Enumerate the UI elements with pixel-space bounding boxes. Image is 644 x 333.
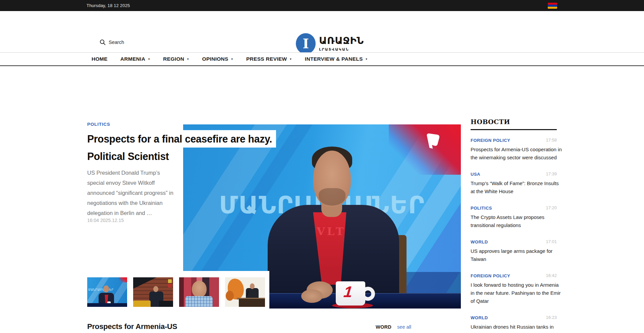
news-item: FOREIGN POLICY 16:42 I look forward to h… [471, 273, 557, 305]
chevron-down-icon: ▼ [289, 57, 292, 61]
news-category-link[interactable]: POLITICS [471, 206, 492, 211]
thumbnail-3[interactable] [179, 277, 219, 307]
thumb2-red-panel [168, 284, 172, 287]
news-category-link[interactable]: WORLD [471, 239, 488, 244]
thumbnail-1[interactable]: ՄԱՆՐԱՄԱՍՆԵՐ [87, 277, 127, 307]
sidebar-title: НОВОСТИ [471, 118, 557, 125]
news-category-link[interactable]: WORLD [471, 315, 488, 320]
current-date: Thursday, 18 12 2025 [87, 3, 130, 8]
word-section-header: WORD see all [376, 324, 411, 330]
word-section-label[interactable]: WORD [376, 324, 391, 330]
news-title-link[interactable]: The Crypto Assets Law proposes transitio… [471, 213, 565, 229]
site-logo[interactable]: I ԱՌԱՋԻՆ ԼՐԱՏՎԱԿԱՆ [296, 33, 364, 54]
chevron-down-icon: ▼ [365, 57, 368, 61]
news-time: 17:39 [546, 171, 557, 176]
news-title-link[interactable]: US approves large arms package for Taiwa… [471, 247, 565, 263]
nav-label: INTERVIEW & PANELS [305, 56, 363, 62]
next-article-heading[interactable]: Prospects for Armenia-US [87, 322, 177, 331]
thumb3-person-head [192, 281, 207, 297]
see-all-link[interactable]: see all [397, 324, 411, 330]
thumb4-person-head [250, 283, 255, 289]
channel-one-logo: 1 [343, 284, 353, 299]
news-category-link[interactable]: FOREIGN POLICY [471, 273, 510, 278]
nav-label: PRESS REVIEW [246, 56, 287, 62]
flag-stripe-orange [548, 7, 557, 9]
search-icon [100, 39, 106, 45]
hero-category-link[interactable]: POLITICS [87, 122, 110, 127]
news-item: USA 17:39 Trump’s “Walk of Fame”: Bronze… [471, 171, 557, 196]
news-item: WORLD 17:01 US approves large arms packa… [471, 239, 557, 263]
chevron-down-icon: ▼ [148, 57, 150, 61]
thumbnail-4[interactable] [225, 277, 265, 307]
thumb4-podium [239, 299, 265, 307]
channel-mug: 1 [336, 281, 365, 306]
news-time: 17:58 [546, 137, 557, 143]
search-label: Search [109, 40, 124, 45]
thumb1-show-text: ՄԱՆՐԱՄԱՍՆԵՐ [88, 288, 113, 291]
news-title-link[interactable]: Prospects for Armenia-US cooperation in … [471, 146, 565, 162]
channel-corner-badge [389, 124, 461, 175]
site-header: Search I ԱՌԱՋԻՆ ԼՐԱՏՎԱԿԱՆ [0, 11, 644, 52]
news-title-link[interactable]: Ukrainian drones hit Russian tanks in Ro… [471, 323, 565, 333]
logo-circle-icon: I [296, 33, 316, 54]
nav-item-interview-panels[interactable]: INTERVIEW & PANELS ▼ [305, 56, 368, 62]
news-time: 16:23 [546, 315, 557, 320]
thumb1-desk [87, 303, 127, 307]
nav-label: OPINIONS [202, 56, 228, 62]
nav-item-press-review[interactable]: PRESS REVIEW ▼ [246, 56, 292, 62]
nav-item-armenia[interactable]: ARMENIA ▼ [120, 56, 151, 62]
hero-title-line2: Political Scientist [87, 148, 173, 165]
thumb2-yellow-couch [133, 300, 151, 307]
sidebar-divider [471, 129, 557, 130]
hero-title[interactable]: Prospects for a final ceasefire are hazy… [87, 130, 288, 165]
nav-label: ARMENIA [120, 56, 145, 62]
thumb1-person-head [103, 285, 109, 292]
logo-title: ԱՌԱՋԻՆ [319, 36, 364, 46]
news-time: 16:42 [546, 273, 557, 278]
guest-beard [319, 188, 345, 206]
top-bar: Thursday, 18 12 2025 [0, 0, 644, 11]
thumb2-yellow-panel [168, 279, 172, 283]
news-item: WORLD 16:23 Ukrainian drones hit Russian… [471, 315, 557, 333]
thumb3-plaid-shirt [185, 296, 213, 307]
nav-item-home[interactable]: HOME [92, 56, 108, 62]
nav-item-opinions[interactable]: OPINIONS ▼ [202, 56, 233, 62]
channel-flag-icon [424, 132, 441, 150]
nav-label: HOME [92, 56, 108, 62]
news-item: POLITICS 17:20 The Crypto Assets Law pro… [471, 205, 557, 229]
logo-subtitle: ԼՐԱՏՎԱԿԱՆ [319, 47, 364, 52]
shirt-lettering: VLT [317, 225, 346, 238]
chevron-down-icon: ▼ [231, 57, 233, 61]
news-category-link[interactable]: FOREIGN POLICY [471, 138, 510, 143]
hero-excerpt: US President Donald Trump’s special envo… [87, 168, 188, 218]
search-button[interactable]: Search [100, 39, 124, 45]
news-title-link[interactable]: Trump’s “Walk of Fame”: Bronze Insults a… [471, 179, 565, 196]
thumb1-corner-badge [119, 277, 127, 282]
guest-hand [301, 289, 323, 303]
thumbnail-2[interactable] [133, 277, 173, 307]
news-item: FOREIGN POLICY 17:58 Prospects for Armen… [471, 137, 557, 162]
main-navigation: HOME ARMENIA ▼ REGION ▼ OPINIONS ▼ PRESS… [0, 52, 644, 66]
armenia-flag-icon[interactable] [548, 3, 557, 9]
hero-timestamp: 16:04 2025.12.15 [87, 218, 124, 223]
thumb2-person-head [153, 286, 158, 292]
nav-label: REGION [163, 56, 184, 62]
news-title-link[interactable]: I look forward to hosting you in Armenia… [471, 281, 565, 305]
news-category-link[interactable]: USA [471, 172, 480, 177]
thumb4-orange-art [226, 291, 234, 301]
hero-title-line1: Prospects for a final ceasefire are hazy… [87, 130, 276, 148]
nav-item-region[interactable]: REGION ▼ [163, 56, 189, 62]
chevron-down-icon: ▼ [186, 57, 189, 61]
logo-letter: I [303, 37, 309, 50]
news-sidebar: НОВОСТИ FOREIGN POLICY 17:58 Prospects f… [471, 118, 557, 333]
news-list: FOREIGN POLICY 17:58 Prospects for Armen… [471, 137, 557, 333]
news-time: 17:01 [546, 239, 557, 244]
news-time: 17:20 [546, 205, 557, 210]
thumb2-shadow [159, 301, 173, 307]
